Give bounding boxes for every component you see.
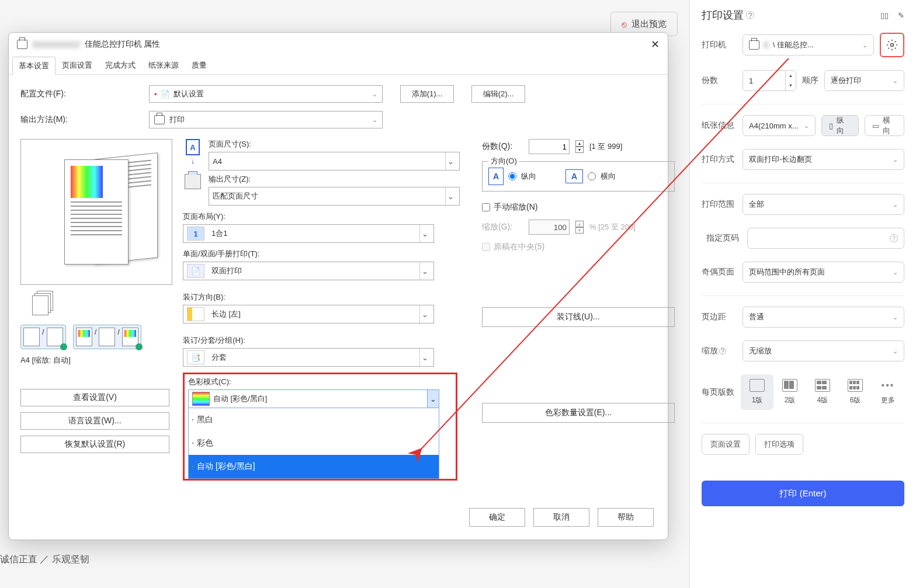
dialog-title: 佳能总控打印机 属性 xyxy=(85,39,161,50)
color-mode-dropdown: 黑白 彩色 自动 [彩色/黑白] xyxy=(188,408,439,479)
nup-label: 每页版数 xyxy=(702,374,741,398)
duplex-select[interactable]: 📄双面打印⌄ xyxy=(183,262,434,280)
close-button[interactable]: ✕ xyxy=(651,38,660,51)
printer-icon xyxy=(154,115,165,124)
landscape-radio[interactable] xyxy=(588,172,596,180)
landscape-icon: A xyxy=(565,169,583,183)
output-size-label: 输出尺寸(Z): xyxy=(209,174,460,185)
nup-1[interactable]: 1版 xyxy=(741,374,773,410)
color-option-bw[interactable]: 黑白 xyxy=(189,408,439,432)
dialog-tabs: 基本设置 页面设置 完成方式 纸张来源 质量 xyxy=(9,56,668,75)
scale-spinner: ▲▼ xyxy=(575,221,584,234)
restore-defaults-button[interactable]: 恢复默认设置(R) xyxy=(20,436,169,453)
copies-hint: [1 至 999] xyxy=(589,141,622,152)
gear-icon xyxy=(886,39,898,51)
color-option-auto[interactable]: 自动 [彩色/黑白] xyxy=(189,455,439,478)
tab-finish[interactable]: 完成方式 xyxy=(99,56,142,74)
copies-spinner[interactable]: ▲▼ xyxy=(575,140,584,153)
bind-group-label: 装订/分套/分组(H): xyxy=(183,335,460,346)
margin-label: 页边距 xyxy=(702,312,742,322)
paper-label: 纸张信息 xyxy=(702,120,742,131)
cancel-button[interactable]: 取消 xyxy=(533,508,589,527)
tab-quality[interactable]: 质量 xyxy=(185,56,213,74)
printer-label: 打印机 xyxy=(702,40,742,50)
orientation-landscape[interactable]: ▭横向 xyxy=(865,115,904,136)
print-settings-panel: 打印设置? ▯▯ ✎ 打印机 xx\ 佳能总控... ⌄ 份数 1 ▲▼ 顺 xyxy=(689,0,916,588)
color-count-button[interactable]: 色彩数量设置(E)... xyxy=(482,403,675,423)
sidebar-title: 打印设置? xyxy=(702,8,754,22)
help-icon[interactable]: ? xyxy=(746,11,754,19)
color-option-color[interactable]: 彩色 xyxy=(189,432,439,455)
output-size-select[interactable]: 匹配页面尺寸⌄ xyxy=(209,187,460,206)
portrait-label: 纵向 xyxy=(521,171,536,182)
print-options-button[interactable]: 打印选项 xyxy=(755,434,803,455)
page-layout-select[interactable]: 11合1⌄ xyxy=(183,224,434,243)
layout-toggle-1[interactable]: / xyxy=(20,325,66,349)
method-select[interactable]: 双面打印-长边翻页⌄ xyxy=(742,149,904,170)
page-size-icon: A xyxy=(186,139,200,155)
layout-toggle-2[interactable]: // xyxy=(73,325,141,349)
tab-basic[interactable]: 基本设置 xyxy=(12,57,55,75)
tab-paper-source[interactable]: 纸张来源 xyxy=(142,56,185,74)
edit-profile-button[interactable]: 编辑(2)... xyxy=(471,85,525,103)
copies-label: 份数 xyxy=(702,75,742,86)
manual-scale-label: 手动缩放(N) xyxy=(494,202,537,213)
page-setup-button[interactable]: 页面设置 xyxy=(702,434,750,455)
range-select[interactable]: 全部⌄ xyxy=(742,194,904,215)
feedback-icon[interactable]: ✎ xyxy=(898,11,904,20)
output-method-label: 输出方法(M): xyxy=(20,114,131,125)
bind-group-select[interactable]: 📑分套⌄ xyxy=(183,348,434,367)
exit-preview-label: 退出预览 xyxy=(632,19,667,30)
nup-2[interactable]: 2版 xyxy=(773,374,806,410)
color-mode-select[interactable]: 自动 [彩色/黑白] ⌄ xyxy=(188,389,439,408)
odd-even-select[interactable]: 页码范围中的所有页面⌄ xyxy=(742,262,904,283)
gutter-button[interactable]: 装订线(U)... xyxy=(482,307,675,327)
view-settings-button[interactable]: 查看设置(V) xyxy=(20,389,169,406)
manual-scale-checkbox[interactable] xyxy=(482,203,490,211)
profile-label: 配置文件(F): xyxy=(20,89,131,99)
page-spec-label: 指定页码 xyxy=(702,233,747,243)
copies-q-label: 份数(Q): xyxy=(482,141,523,152)
page-size-label: 页面尺寸(S): xyxy=(209,139,460,149)
scale-g-label: 缩放(G): xyxy=(482,222,523,232)
page-spec-input[interactable]: ? xyxy=(747,228,904,249)
paper-select[interactable]: A4(210mm x...⌄ xyxy=(742,115,816,136)
ok-button[interactable]: 确定 xyxy=(469,508,525,527)
printer-select[interactable]: xx\ 佳能总控... ⌄ xyxy=(742,34,874,55)
nup-6[interactable]: 6版 xyxy=(839,374,872,410)
duplex-label: 单面/双面/手册打印(T): xyxy=(183,249,460,259)
range-label: 打印范围 xyxy=(702,199,742,210)
landscape-icon: ▭ xyxy=(872,121,879,130)
help-button[interactable]: 帮助 xyxy=(598,508,654,527)
tab-page[interactable]: 页面设置 xyxy=(55,56,99,74)
copies-spinner[interactable]: 1 ▲▼ xyxy=(742,70,796,91)
center-original-label: 原稿在中央(5) xyxy=(494,242,544,252)
margin-select[interactable]: 普通⌄ xyxy=(742,307,904,328)
add-profile-button[interactable]: 添加(1)... xyxy=(400,85,454,103)
preview-caption: A4 [缩放: 自动] xyxy=(20,355,172,366)
printer-settings-button[interactable] xyxy=(880,33,904,57)
landscape-label: 横向 xyxy=(601,171,616,182)
profile-select[interactable]: •📄 默认设置 ⌄ xyxy=(149,85,383,103)
orientation-group: 方向(O) A 纵向 A 横向 xyxy=(482,161,675,192)
output-method-select[interactable]: 打印 ⌄ xyxy=(149,111,383,128)
scale-select[interactable]: 无缩放⌄ xyxy=(742,340,904,361)
portrait-radio[interactable] xyxy=(508,172,516,180)
layout-icon[interactable]: ▯▯ xyxy=(880,11,889,20)
exit-icon: ⎋ xyxy=(622,19,627,29)
nup-more[interactable]: •••更多 xyxy=(872,374,904,410)
sequence-select[interactable]: 逐份打印⌄ xyxy=(824,70,904,91)
printer-properties-dialog: xxxxxxxxxxxxxx 佳能总控打印机 属性 ✕ 基本设置 页面设置 完成… xyxy=(8,32,668,540)
portrait-icon: A xyxy=(488,168,504,185)
copies-input[interactable] xyxy=(529,139,570,154)
print-button[interactable]: 打印 (Enter) xyxy=(702,481,904,506)
stack-icon xyxy=(32,291,55,314)
page-size-select[interactable]: A4⌄ xyxy=(209,152,460,171)
nup-4[interactable]: 4版 xyxy=(806,374,839,410)
scale-hint: % [25 至 200] xyxy=(589,222,636,232)
orientation-portrait[interactable]: ▯纵向 xyxy=(821,115,858,136)
printer-icon xyxy=(749,40,759,50)
language-settings-button[interactable]: 语言设置(W)... xyxy=(20,412,169,430)
bind-dir-select[interactable]: 长边 [左]⌄ xyxy=(183,305,434,323)
printer-icon xyxy=(17,40,27,49)
